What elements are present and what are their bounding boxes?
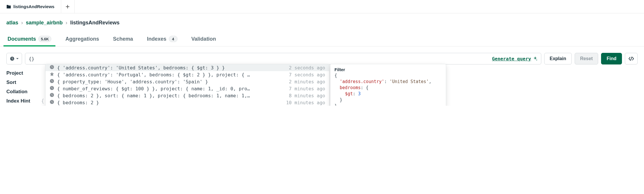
generate-query-label: Generate query (492, 56, 531, 62)
history-time: 10 minutes ago (283, 100, 325, 105)
tab-label: Schema (113, 36, 133, 42)
option-label: Index Hint (6, 98, 35, 104)
breadcrumb-atlas[interactable]: atlas (6, 20, 18, 26)
breadcrumb-db[interactable]: sample_airbnb (26, 20, 63, 26)
star-icon (50, 72, 54, 78)
plus-icon (66, 5, 70, 9)
breadcrumb-collection: listingsAndReviews (70, 20, 120, 26)
history-item[interactable]: { number_of_reviews: { $gt: 100 } }, pro… (46, 85, 329, 92)
clock-icon (50, 93, 54, 98)
clock-icon (10, 56, 15, 61)
tab-aggregations[interactable]: Aggregations (64, 33, 100, 46)
clock-icon (50, 100, 54, 105)
history-time: 7 minutes ago (286, 86, 325, 91)
chevron-right-icon: › (66, 20, 67, 26)
history-button[interactable] (6, 53, 22, 64)
history-item[interactable]: { bedrooms: 2 }, sort: { name: 1 }, proj… (46, 92, 329, 99)
top-tab-label: listingsAndReviews (13, 4, 55, 9)
history-item[interactable]: { 'address.country': 'United States', be… (46, 64, 329, 71)
tab-listings[interactable]: listingsAndReviews (0, 0, 61, 13)
reset-button[interactable]: Reset (575, 53, 598, 64)
history-query: { bedrooms: 2 }, sort: { name: 1 }, proj… (57, 93, 283, 98)
clock-icon (50, 86, 54, 91)
option-label: Sort (6, 80, 35, 85)
clock-icon (50, 65, 54, 71)
chevron-down-icon (16, 57, 19, 60)
history-time: 2 minutes ago (286, 79, 325, 85)
history-dropdown: { 'address.country': 'United States', be… (45, 64, 330, 106)
history-query: { property_type: 'House', 'address.count… (57, 79, 283, 85)
history-item[interactable]: { property_type: 'House', 'address.count… (46, 78, 329, 85)
collection-tabs: Documents 5.6K Aggregations Schema Index… (0, 32, 644, 46)
history-query: { 'address.country': 'United States', be… (57, 65, 283, 71)
tab-label: Aggregations (65, 36, 99, 42)
history-item[interactable]: { bedrooms: 2 }10 minutes ago (46, 99, 329, 106)
sparkle-icon (533, 56, 538, 61)
history-query: { bedrooms: 2 } (57, 100, 280, 105)
preview-title: Filter (334, 67, 442, 72)
tab-label: Indexes (147, 36, 167, 42)
tab-documents[interactable]: Documents 5.6K (6, 32, 53, 46)
tab-label: Validation (191, 36, 216, 42)
folder-icon (6, 5, 11, 9)
option-label: Project (6, 70, 35, 76)
tab-label: Documents (8, 36, 36, 42)
history-time: 2 seconds ago (286, 65, 325, 71)
code-toggle-button[interactable] (625, 53, 638, 64)
explain-button[interactable]: Explain (544, 53, 572, 64)
history-time: 8 minutes ago (286, 93, 325, 98)
top-tab-bar: listingsAndReviews (0, 0, 644, 13)
history-item[interactable]: { 'address.country': 'Portugal', bedroom… (46, 71, 329, 78)
preview-code: { 'address.country': 'United States', be… (334, 73, 442, 106)
code-icon (628, 56, 634, 61)
clock-icon (50, 79, 54, 85)
filter-input[interactable]: {} Generate query (25, 53, 541, 64)
history-query: { number_of_reviews: { $gt: 100 } }, pro… (57, 86, 283, 91)
add-tab-button[interactable] (61, 0, 75, 13)
tab-indexes[interactable]: Indexes 4 (146, 32, 179, 46)
breadcrumb: atlas › sample_airbnb › listingsAndRevie… (0, 13, 644, 28)
tab-validation[interactable]: Validation (190, 33, 217, 46)
generate-query-link[interactable]: Generate query (492, 56, 538, 62)
find-button[interactable]: Find (601, 53, 622, 64)
history-time: 7 seconds ago (286, 72, 325, 78)
documents-count-badge: 5.6K (38, 36, 51, 42)
history-query: { 'address.country': 'Portugal', bedroom… (57, 72, 283, 78)
option-label: Collation (6, 89, 35, 95)
chevron-right-icon: › (21, 20, 23, 26)
indexes-count-badge: 4 (169, 36, 178, 42)
filter-value: {} (29, 56, 34, 62)
query-area: {} Generate query Explain Reset Find Pro… (0, 46, 644, 106)
filter-preview-card: Filter { 'address.country': 'United Stat… (330, 64, 446, 106)
tab-schema[interactable]: Schema (112, 33, 134, 46)
query-row: {} Generate query Explain Reset Find (6, 53, 638, 64)
